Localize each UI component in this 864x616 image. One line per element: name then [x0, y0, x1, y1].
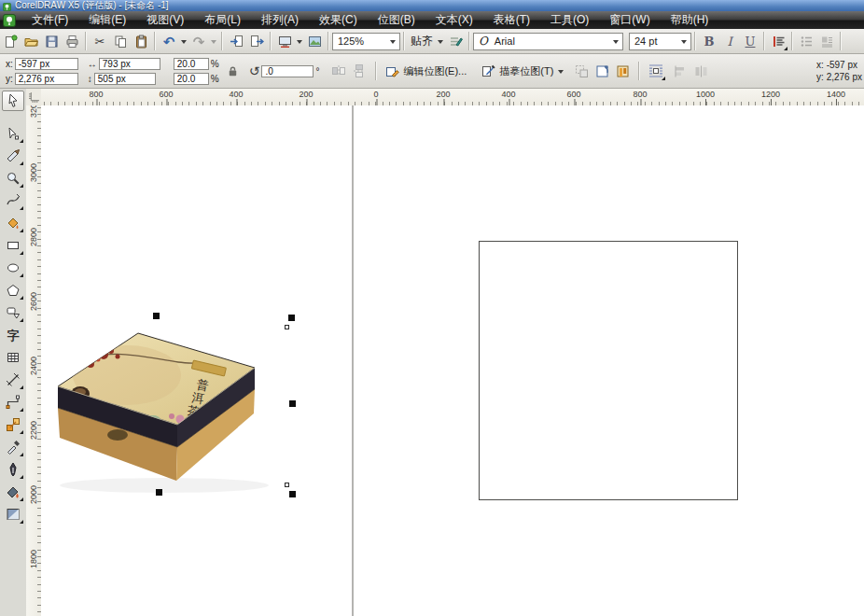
page-edge-guideline[interactable]	[352, 105, 354, 616]
rectangle-tool-button[interactable]	[2, 235, 24, 256]
font-combobox-caret[interactable]	[613, 40, 619, 47]
smart-fill-tool-button[interactable]	[2, 213, 24, 233]
launcher-dropdown-caret[interactable]	[297, 40, 302, 47]
readout-y-value: 2,276 px	[827, 72, 862, 82]
table-tool-button[interactable]	[2, 347, 24, 368]
print-icon[interactable]	[62, 31, 82, 51]
drop-cap-icon[interactable]	[816, 31, 837, 51]
menu-item-tools[interactable]: 工具(O)	[540, 11, 599, 29]
text-tool-button[interactable]: 字	[2, 325, 24, 345]
outline-pen-tool-button[interactable]	[2, 459, 24, 480]
freehand-tool-button[interactable]	[2, 190, 24, 211]
object-x-field[interactable]: -597 px	[15, 58, 78, 70]
pick-tool-button[interactable]	[2, 91, 24, 111]
object-height-field[interactable]: 505 px	[94, 73, 156, 85]
wrap-text-icon[interactable]	[646, 61, 666, 81]
resample-bitmap-icon[interactable]	[571, 61, 592, 81]
align-objects-icon[interactable]	[670, 61, 690, 81]
font-size-caret[interactable]	[681, 40, 687, 47]
teabox-bitmap[interactable]: 普 洱 茶 『昔归古树茶』	[52, 308, 304, 504]
object-y-field[interactable]: 2,276 px	[15, 73, 78, 85]
straight-line-connector-tool-button[interactable]	[2, 392, 24, 413]
parallel-dimension-tool-button[interactable]	[2, 370, 24, 390]
application-launcher-icon[interactable]	[274, 31, 295, 51]
edit-node-marker-top[interactable]	[285, 325, 289, 329]
menu-item-edit[interactable]: 编辑(E)	[78, 11, 136, 29]
ruler-origin-button[interactable]	[26, 89, 42, 106]
font-size-combobox[interactable]: 24 pt	[629, 33, 691, 50]
edit-bitmap-button[interactable]: 编辑位图(E)...	[383, 61, 469, 81]
redo-dropdown-caret[interactable]	[211, 40, 216, 47]
horizontal-ruler[interactable]: 800 600 400 200 0 200 400 600 800 1000 1…	[41, 89, 864, 106]
underline-button[interactable]: U	[740, 31, 760, 51]
undo-dropdown-caret[interactable]	[181, 40, 187, 47]
snap-to-caret[interactable]	[438, 40, 443, 47]
shape-tool-button[interactable]	[2, 123, 24, 144]
menu-item-table[interactable]: 表格(T)	[483, 11, 540, 29]
zoom-tool-button[interactable]	[2, 168, 24, 189]
degree-sign: °	[315, 66, 319, 77]
lock-ratio-icon[interactable]	[223, 61, 244, 81]
options-icon[interactable]	[445, 31, 466, 51]
bold-button[interactable]: B	[699, 31, 719, 51]
edit-node-marker-bottom[interactable]	[285, 483, 289, 487]
copy-icon[interactable]	[110, 31, 131, 51]
selection-handle-top-middle[interactable]	[153, 313, 160, 319]
menu-item-window[interactable]: 窗口(W)	[599, 11, 660, 29]
italic-button[interactable]: I	[719, 31, 740, 51]
blend-tool-button[interactable]	[2, 414, 24, 435]
zoom-level-combobox[interactable]: 125%	[332, 33, 400, 50]
menu-item-file[interactable]: 文件(F)	[21, 11, 78, 29]
selection-handle-bottom-middle[interactable]	[156, 489, 162, 496]
selection-handle-middle-right[interactable]	[289, 400, 296, 407]
document-control-icon[interactable]	[3, 14, 16, 27]
bulleted-list-icon[interactable]	[796, 31, 816, 51]
drawing-canvas[interactable]: 普 洱 茶 『昔归古树茶』	[41, 105, 864, 616]
cut-icon[interactable]: ✂	[90, 31, 110, 51]
color-eyedropper-tool-button[interactable]	[2, 437, 24, 457]
distribute-objects-icon[interactable]	[690, 61, 711, 81]
menu-item-text[interactable]: 文本(X)	[425, 11, 483, 29]
trace-bitmap-button[interactable]: 描摹位图(T)	[479, 61, 556, 81]
menu-item-arrange[interactable]: 排列(A)	[251, 11, 309, 29]
zoom-level-caret[interactable]	[390, 40, 396, 47]
rectangle-object[interactable]	[479, 241, 738, 500]
image-adjustment-icon[interactable]	[612, 61, 633, 81]
mirror-horizontal-icon[interactable]	[328, 61, 349, 81]
rotation-angle-field[interactable]: .0	[261, 65, 314, 77]
bitmap-frame-icon[interactable]	[592, 61, 612, 81]
trace-bitmap-caret[interactable]	[558, 70, 564, 77]
basic-shapes-tool-button[interactable]	[2, 302, 24, 323]
redo-icon[interactable]: ↷	[188, 31, 209, 51]
selection-handle-top-right[interactable]	[288, 315, 295, 321]
undo-icon[interactable]: ↶	[159, 31, 179, 51]
text-alignment-icon[interactable]	[768, 31, 788, 51]
scale-x-field[interactable]: 20.0	[174, 58, 209, 70]
font-combobox[interactable]: O Arial	[473, 33, 623, 50]
object-width-field[interactable]: 793 px	[99, 58, 160, 70]
import-icon[interactable]	[226, 31, 246, 51]
ellipse-tool-button[interactable]	[2, 258, 24, 278]
polygon-tool-button[interactable]	[2, 280, 24, 301]
scale-y-field[interactable]: 20.0	[174, 73, 209, 85]
welcome-screen-icon[interactable]	[304, 31, 325, 51]
interactive-fill-tool-button[interactable]	[2, 504, 24, 525]
mirror-vertical-icon[interactable]	[349, 61, 369, 81]
snap-to-button[interactable]: 贴齐	[408, 31, 436, 51]
fill-tool-button[interactable]	[2, 482, 24, 502]
selection-handle-bottom-right[interactable]	[289, 491, 296, 497]
new-document-icon[interactable]	[0, 31, 21, 51]
menu-item-help[interactable]: 帮助(H)	[661, 11, 719, 29]
menu-item-effects[interactable]: 效果(C)	[309, 11, 368, 29]
menu-item-layout[interactable]: 布局(L)	[194, 11, 251, 29]
menu-item-view[interactable]: 视图(V)	[136, 11, 194, 29]
export-icon[interactable]	[246, 31, 267, 51]
vertical-ruler[interactable]: 3200 3000 2800 2600 2400 2200 2000 1800	[26, 105, 42, 616]
paste-icon[interactable]	[131, 31, 151, 51]
open-folder-icon[interactable]	[21, 31, 41, 51]
crop-tool-button[interactable]	[2, 146, 24, 166]
save-icon[interactable]	[41, 31, 62, 51]
snap-to-label: 贴齐	[411, 34, 433, 49]
color-eyedropper-tool-icon	[6, 440, 21, 455]
menu-item-bitmaps[interactable]: 位图(B)	[368, 11, 425, 29]
